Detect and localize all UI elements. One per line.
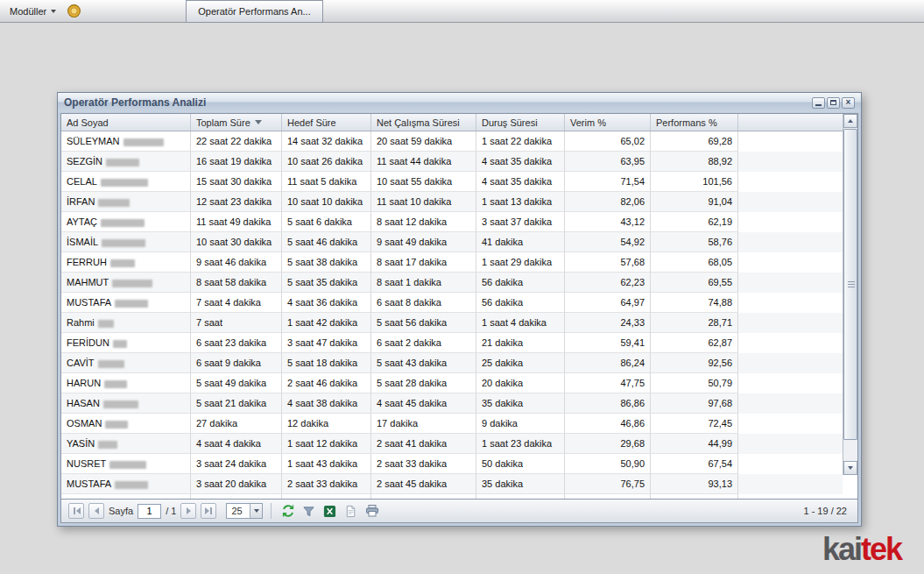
- preview-button[interactable]: [342, 503, 359, 520]
- column-header-toplam-sure[interactable]: Toplam Süre: [191, 114, 282, 131]
- cell-performans: 28,71: [651, 313, 738, 333]
- column-header-ad-soyad[interactable]: Ad Soyad: [61, 114, 191, 131]
- column-header-hedef-sure[interactable]: Hedef Süre: [282, 114, 371, 131]
- table-row[interactable]: Rahmi7 saat1 saat 42 dakika5 saat 56 dak…: [61, 313, 843, 333]
- table-row[interactable]: YASİN4 saat 4 dakika1 saat 12 dakika2 sa…: [61, 434, 843, 454]
- table-row[interactable]: AYTAÇ11 saat 49 dakika5 saat 6 dakika8 s…: [61, 212, 843, 232]
- table-row[interactable]: HASAN5 saat 21 dakika4 saat 38 dakika4 s…: [61, 393, 843, 414]
- scroll-down-button[interactable]: [843, 461, 857, 475]
- cell-text: 9 dakika: [482, 418, 518, 429]
- table-row[interactable]: MUSTAFA3 saat 20 dakika2 saat 33 dakika2…: [61, 474, 843, 494]
- cell-text: 54,92: [620, 237, 645, 247]
- cell-text: AYTAÇ: [67, 216, 97, 227]
- printer-icon: [365, 504, 379, 518]
- cell-text: 64,97: [620, 297, 645, 308]
- column-header-durus-suresi[interactable]: Duruş Süresi: [476, 114, 565, 131]
- table-row[interactable]: SEZGİN16 saat 19 dakika10 saat 26 dakika…: [61, 152, 843, 172]
- cell-hedef: 1 saat 42 dakika: [282, 313, 371, 333]
- cell-verim: 47,75: [565, 373, 651, 393]
- cell-toplam: 15 saat 30 dakika: [191, 172, 282, 192]
- cell-toplam: 6 saat 9 dakika: [191, 353, 282, 373]
- cell-durus: 3 saat 37 dakika: [476, 212, 565, 232]
- cell-text: 1 saat 13 dakika: [482, 196, 552, 207]
- column-header-performans[interactable]: Performans %: [651, 114, 738, 131]
- table-row[interactable]: MUSTAFA7 saat 4 dakika4 saat 36 dakika6 …: [61, 293, 843, 313]
- cell-text: 1 saat 12 dakika: [287, 438, 357, 449]
- table-row[interactable]: HARUN5 saat 49 dakika2 saat 46 dakika5 s…: [61, 373, 843, 393]
- refresh-button[interactable]: [279, 503, 296, 520]
- grid-header: Ad Soyad Toplam Süre Hedef Süre Net Çalı…: [61, 114, 843, 131]
- cell-text: SÜLEYMAN: [67, 136, 120, 146]
- cell-performans: 101,56: [651, 172, 738, 192]
- cell-performans: 97,68: [651, 393, 738, 414]
- table-row[interactable]: OSMAN27 dakika12 dakika17 dakika9 dakika…: [61, 414, 843, 434]
- cell-name: FERRUH: [61, 252, 191, 273]
- column-label: Toplam Süre: [196, 117, 250, 128]
- maximize-button[interactable]: [827, 97, 840, 109]
- table-row[interactable]: FERRUH9 saat 46 dakika5 saat 38 dakika8 …: [61, 252, 843, 273]
- vertical-scrollbar[interactable]: [843, 114, 857, 475]
- cell-hedef: 5 saat 6 dakika: [282, 212, 371, 232]
- table-row[interactable]: CAVİT6 saat 9 dakika5 saat 18 dakika5 sa…: [61, 353, 843, 373]
- row-filler: [738, 414, 843, 434]
- cell-toplam: 7 saat 4 dakika: [191, 293, 282, 313]
- column-header-net-calisma[interactable]: Net Çalışma Süresi: [371, 114, 476, 131]
- redacted-surname: [109, 461, 146, 469]
- cell-performans: 50,79: [651, 373, 738, 393]
- redacted-surname: [98, 360, 124, 368]
- table-row[interactable]: NUSRET3 saat 24 dakika1 saat 43 dakika2 …: [61, 454, 843, 474]
- table-row[interactable]: CELAL15 saat 30 dakika11 saat 5 dakika10…: [61, 172, 843, 192]
- scroll-thumb[interactable]: [843, 129, 857, 440]
- pager-toolbar: Sayfa / 1 25: [61, 499, 857, 522]
- cell-text: 11 saat 10 dakika: [377, 196, 451, 207]
- page-total-label: / 1: [166, 506, 176, 516]
- toolbar-separator: [271, 503, 272, 519]
- redacted-surname: [112, 280, 152, 287]
- excel-export-button[interactable]: [321, 503, 338, 520]
- prev-page-button[interactable]: [88, 503, 104, 519]
- table-row[interactable]: MAHMUT8 saat 58 dakika5 saat 35 dakika8 …: [61, 273, 843, 293]
- redacted-surname: [102, 239, 145, 247]
- last-page-button[interactable]: [201, 503, 216, 519]
- cell-net: 8 saat 12 dakika: [371, 212, 476, 232]
- cell-name: SÜLEYMAN: [61, 131, 191, 152]
- table-row[interactable]: İSMAİL10 saat 30 dakika5 saat 46 dakika9…: [61, 232, 843, 252]
- page-input[interactable]: [138, 504, 161, 519]
- cell-text: 16 saat 19 dakika: [196, 156, 272, 167]
- cell-text: 93,13: [708, 478, 732, 489]
- cell-verim: 54,92: [565, 232, 651, 252]
- table-row[interactable]: FERİDUN6 saat 23 dakika3 saat 47 dakika6…: [61, 333, 843, 353]
- cell-text: 9 saat 49 dakika: [377, 237, 447, 247]
- cell-performans: 58,76: [651, 232, 738, 252]
- cell-toplam: 11 saat 49 dakika: [191, 212, 282, 232]
- next-page-button[interactable]: [180, 503, 196, 519]
- minimize-button[interactable]: [812, 97, 825, 109]
- cell-text: 97,68: [708, 398, 732, 408]
- column-header-verim[interactable]: Verim %: [565, 114, 651, 131]
- close-button[interactable]: ×: [842, 97, 855, 109]
- table-row[interactable]: SÜLEYMAN22 saat 22 dakika14 saat 32 daki…: [61, 131, 843, 152]
- cell-text: HARUN: [67, 378, 101, 388]
- scroll-up-button[interactable]: [843, 114, 857, 128]
- modules-menu-button[interactable]: Modüller: [4, 3, 62, 20]
- cell-text: 2 saat 33 dakika: [287, 478, 357, 489]
- cell-durus: 41 dakika: [476, 232, 565, 252]
- filter-button[interactable]: [300, 503, 317, 520]
- table-row[interactable]: İRFAN12 saat 23 dakika10 saat 10 dakika1…: [61, 192, 843, 212]
- cell-text: 92,56: [708, 358, 732, 368]
- record-range-label: 1 - 19 / 22: [803, 506, 850, 516]
- gold-seal-icon[interactable]: [67, 4, 81, 18]
- page-size-select[interactable]: 25: [226, 503, 263, 519]
- cell-hedef: 5 saat 38 dakika: [282, 252, 371, 273]
- print-button[interactable]: [363, 503, 380, 520]
- cell-name: İSMAİL: [61, 232, 191, 252]
- first-page-button[interactable]: [68, 503, 84, 519]
- cell-hedef: 5 saat 18 dakika: [282, 353, 371, 373]
- tab-operator-performance[interactable]: Operatör Performans An...: [186, 0, 323, 23]
- cell-durus: 1 saat 22 dakika: [476, 131, 565, 152]
- cell-text: 3 saat 20 dakika: [196, 478, 266, 489]
- cell-text: 1 saat 4 dakika: [482, 317, 547, 328]
- page-size-dropdown-button[interactable]: [250, 504, 262, 518]
- window-titlebar[interactable]: Operatör Performans Analizi ×: [58, 93, 861, 112]
- cell-performans: 74,88: [651, 293, 738, 313]
